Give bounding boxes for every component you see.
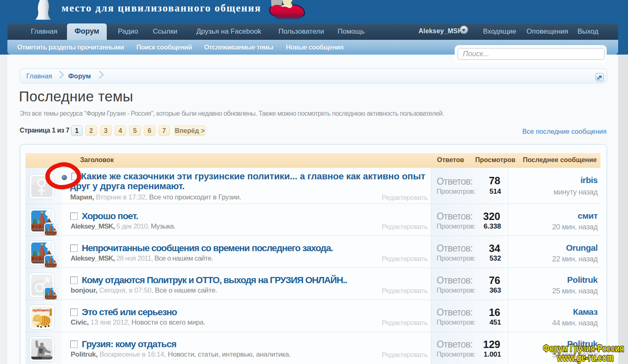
svg-text:www.ge-ru.com: www.ge-ru.com xyxy=(557,352,614,363)
